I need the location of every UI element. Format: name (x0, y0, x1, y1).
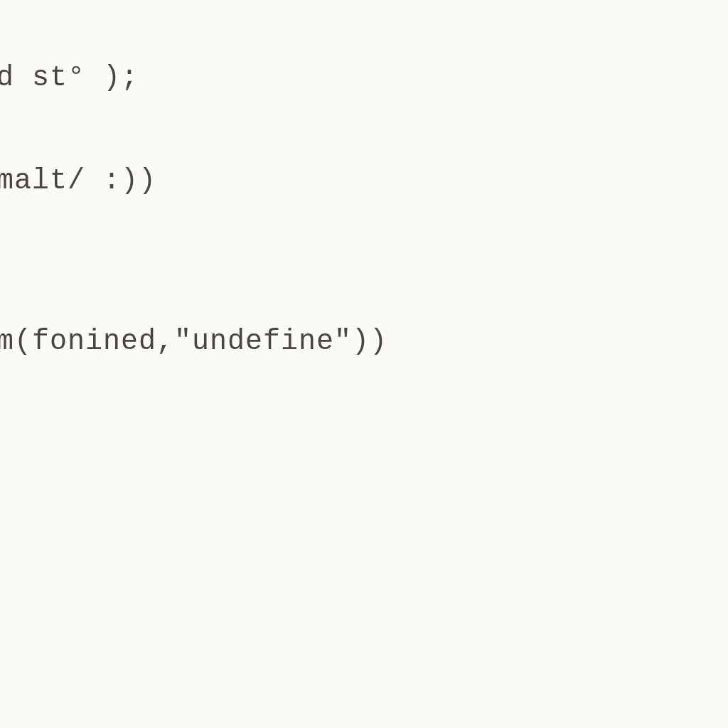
code-line-1: ud st° ); (0, 62, 139, 94)
code-line-2: omalt/ :)) (0, 165, 156, 197)
code-line-3: cm(fonined,"undefine")) (0, 326, 387, 358)
